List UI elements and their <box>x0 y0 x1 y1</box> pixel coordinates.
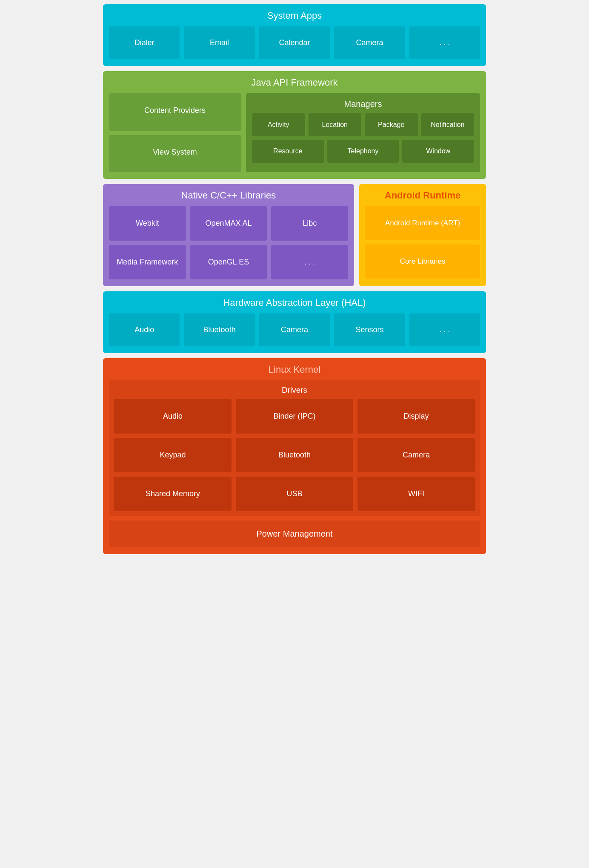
linux-kernel-layer: Linux Kernel Drivers Audio Binder (IPC) … <box>103 358 486 554</box>
list-item: Camera <box>259 313 330 346</box>
list-item: Dialer <box>109 26 180 59</box>
list-item: Bluetooth <box>184 313 254 346</box>
list-item: Bluetooth <box>236 438 353 472</box>
android-runtime-cells: Android Runtime (ART) Core Libraries <box>365 206 480 279</box>
list-item: Audio <box>109 313 180 346</box>
android-runtime-layer: Android Runtime Android Runtime (ART) Co… <box>359 184 486 286</box>
list-item: Calendar <box>259 26 330 59</box>
list-item: . . . <box>409 313 480 346</box>
java-api-content: Content Providers View System Managers A… <box>109 93 480 172</box>
managers-row-2: Resource Telephony Window <box>252 140 474 163</box>
managers-title: Managers <box>252 99 474 109</box>
list-item: . . . <box>271 245 348 279</box>
list-item: Email <box>184 26 254 59</box>
hal-cells: Audio Bluetooth Camera Sensors . . . <box>109 313 480 346</box>
list-item: OpenGL ES <box>190 245 267 279</box>
system-apps-title: System Apps <box>109 10 480 21</box>
list-item: Binder (IPC) <box>236 399 353 434</box>
list-item: Libc <box>271 206 348 241</box>
hal-layer: Hardware Abstraction Layer (HAL) Audio B… <box>103 291 486 353</box>
list-item: WIFI <box>357 477 475 511</box>
list-item: OpenMAX AL <box>190 206 267 241</box>
java-api-title: Java API Framework <box>109 77 480 88</box>
list-item: Camera <box>334 26 405 59</box>
list-item: Sensors <box>334 313 405 346</box>
list-item: Webkit <box>109 206 186 241</box>
android-runtime-title: Android Runtime <box>365 190 480 201</box>
drivers-grid: Audio Binder (IPC) Display Keypad Blueto… <box>114 399 475 511</box>
drivers-title: Drivers <box>114 385 475 395</box>
list-item: Audio <box>114 399 232 434</box>
content-providers-cell: Content Providers <box>109 93 241 131</box>
native-cpp-cells: Webkit OpenMAX AL Libc Media Framework O… <box>109 206 348 279</box>
list-item: Android Runtime (ART) <box>365 206 480 240</box>
managers-section: Managers Activity Location Package Notif… <box>246 93 480 172</box>
android-architecture-diagram: System Apps Dialer Email Calendar Camera… <box>103 4 486 554</box>
list-item: Camera <box>357 438 475 472</box>
list-item: Media Framework <box>109 245 186 279</box>
list-item: Package <box>365 113 418 136</box>
list-item: . . . <box>409 26 480 59</box>
list-item: Core Libraries <box>365 244 480 279</box>
java-api-left: Content Providers View System <box>109 93 241 172</box>
list-item: Display <box>357 399 475 434</box>
linux-kernel-title: Linux Kernel <box>109 364 480 375</box>
power-management-cell: Power Management <box>109 520 480 547</box>
drivers-section: Drivers Audio Binder (IPC) Display Keypa… <box>109 380 480 516</box>
hal-title: Hardware Abstraction Layer (HAL) <box>109 297 480 308</box>
system-apps-layer: System Apps Dialer Email Calendar Camera… <box>103 4 486 66</box>
view-system-cell: View System <box>109 135 241 172</box>
list-item: Window <box>402 140 474 163</box>
native-cpp-layer: Native C/C++ Libraries Webkit OpenMAX AL… <box>103 184 354 286</box>
list-item: Location <box>309 113 362 136</box>
list-item: Activity <box>252 113 305 136</box>
list-item: USB <box>236 477 353 511</box>
list-item: Resource <box>252 140 324 163</box>
list-item: Notification <box>421 113 475 136</box>
native-runtime-row: Native C/C++ Libraries Webkit OpenMAX AL… <box>103 184 486 286</box>
system-apps-cells: Dialer Email Calendar Camera . . . <box>109 26 480 59</box>
list-item: Telephony <box>327 140 399 163</box>
managers-row-1: Activity Location Package Notification <box>252 113 474 136</box>
native-cpp-title: Native C/C++ Libraries <box>109 190 348 201</box>
list-item: Keypad <box>114 438 232 472</box>
list-item: Shared Memory <box>114 477 232 511</box>
java-api-layer: Java API Framework Content Providers Vie… <box>103 71 486 179</box>
